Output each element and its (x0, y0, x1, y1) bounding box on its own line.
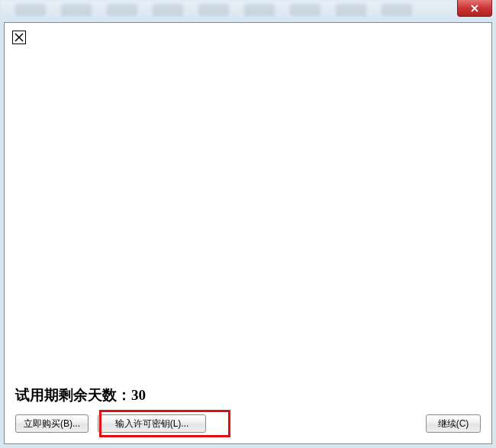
enter-license-button[interactable]: 输入许可密钥(L)... (98, 414, 206, 433)
buy-now-button[interactable]: 立即购买(B)... (15, 414, 89, 433)
window-close-button[interactable] (457, 0, 492, 17)
trial-days-value: 30 (131, 387, 146, 403)
trial-days-label: 试用期剩余天数：30 (15, 385, 146, 405)
broken-image-icon (12, 31, 26, 44)
trial-dialog: 试用期剩余天数：30 立即购买(B)... 输入许可密钥(L)... 继续(C) (4, 22, 492, 444)
background-menu-blur (0, 0, 496, 23)
trial-label-text: 试用期剩余天数： (15, 387, 131, 403)
close-icon (470, 2, 479, 15)
continue-button[interactable]: 继续(C) (426, 414, 481, 433)
button-row: 立即购买(B)... 输入许可密钥(L)... 继续(C) (15, 414, 481, 433)
